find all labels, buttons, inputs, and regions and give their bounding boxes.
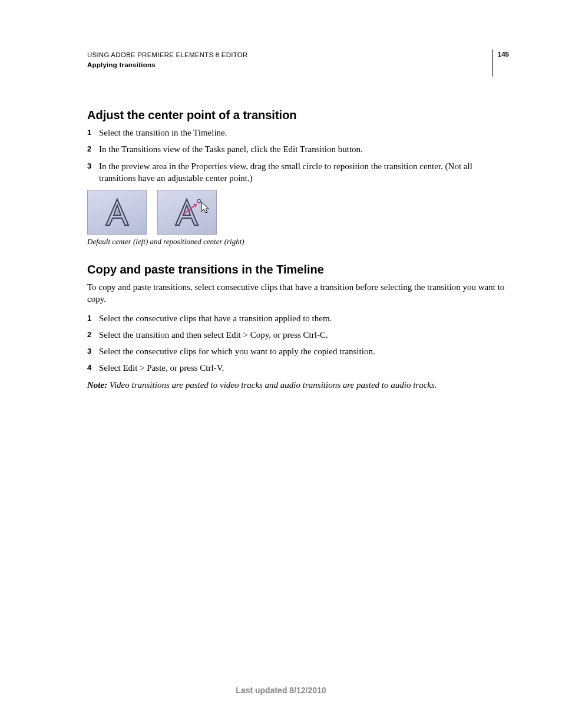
step-text: Select the consecutive clips that have a…: [99, 312, 509, 324]
list-item: 2Select the transition and then select E…: [87, 329, 509, 341]
step-text: Select Edit > Paste, or press Ctrl-V.: [99, 362, 509, 374]
letter-a-repositioned-icon: [158, 190, 216, 234]
step-number: 1: [87, 127, 99, 139]
step-text: Select the transition and then select Ed…: [99, 329, 509, 341]
list-item: 1Select the consecutive clips that have …: [87, 312, 509, 324]
figure-caption: Default center (left) and repositioned c…: [87, 237, 509, 246]
thumb-repositioned-center: [157, 190, 217, 235]
steps-adjust-center: 1Select the transition in the Timeline. …: [87, 127, 509, 184]
list-item: 3In the preview area in the Properties v…: [87, 160, 509, 185]
note-text: Video transitions are pasted to video tr…: [107, 380, 437, 390]
doc-title: USING ADOBE PREMIERE ELEMENTS 8 EDITOR: [87, 51, 247, 60]
step-text: Select the transition in the Timeline.: [99, 127, 509, 139]
step-number: 1: [87, 312, 99, 324]
step-text: In the preview area in the Properties vi…: [99, 160, 509, 185]
heading-copy-paste: Copy and paste transitions in the Timeli…: [87, 263, 509, 276]
letter-a-icon: [97, 195, 138, 230]
note: Note: Video transitions are pasted to vi…: [87, 379, 509, 391]
svg-point-3: [197, 199, 201, 203]
svg-point-0: [115, 211, 118, 214]
thumb-default-center: [87, 190, 147, 235]
step-number: 2: [87, 143, 99, 155]
list-item: 4Select Edit > Paste, or press Ctrl-V.: [87, 362, 509, 374]
list-item: 3Select the consecutive clips for which …: [87, 345, 509, 357]
step-text: In the Transitions view of the Tasks pan…: [99, 143, 509, 155]
section-name: Applying transitions: [87, 61, 247, 70]
list-item: 1Select the transition in the Timeline.: [87, 127, 509, 139]
intro-paragraph: To copy and paste transitions, select co…: [87, 281, 509, 305]
footer-updated: Last updated 8/12/2010: [0, 686, 562, 695]
step-number: 3: [87, 160, 99, 185]
note-label: Note:: [87, 380, 107, 390]
step-number: 3: [87, 345, 99, 357]
header-rule: [492, 50, 493, 77]
page-number: 145: [498, 51, 509, 58]
step-text: Select the consecutive clips for which y…: [99, 345, 509, 357]
list-item: 2In the Transitions view of the Tasks pa…: [87, 143, 509, 155]
step-number: 4: [87, 362, 99, 374]
page-header: USING ADOBE PREMIERE ELEMENTS 8 EDITOR A…: [87, 51, 509, 77]
heading-adjust-center: Adjust the center point of a transition: [87, 108, 509, 122]
figure-transition-centers: [87, 190, 509, 235]
step-number: 2: [87, 329, 99, 341]
cursor-icon: [201, 202, 209, 213]
steps-copy-paste: 1Select the consecutive clips that have …: [87, 312, 509, 374]
